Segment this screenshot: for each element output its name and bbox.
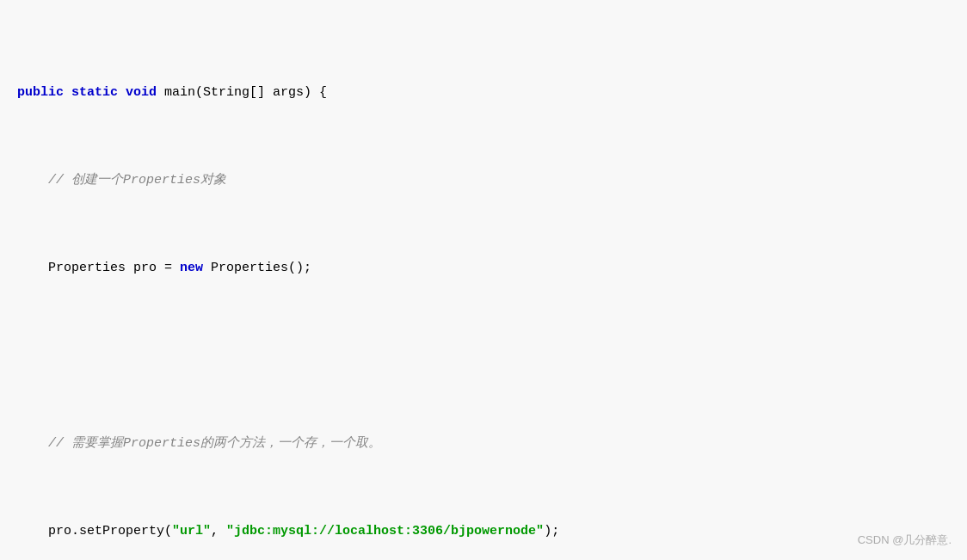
watermark: CSDN @几分醉意. — [858, 532, 952, 548]
line-1: public static void main(String[] args) { — [17, 82, 950, 104]
code-block: public static void main(String[] args) {… — [17, 15, 950, 560]
line-6: pro.setProperty("url", "jdbc:mysql://loc… — [17, 520, 950, 543]
line-empty-1 — [17, 345, 950, 367]
line-3: Properties pro = new Properties(); — [17, 257, 950, 280]
code-container: public static void main(String[] args) {… — [0, 0, 967, 560]
line-5: // 需要掌握Properties的两个方法，一个存，一个取。 — [17, 433, 950, 455]
line-2: // 创建一个Properties对象 — [17, 169, 950, 192]
